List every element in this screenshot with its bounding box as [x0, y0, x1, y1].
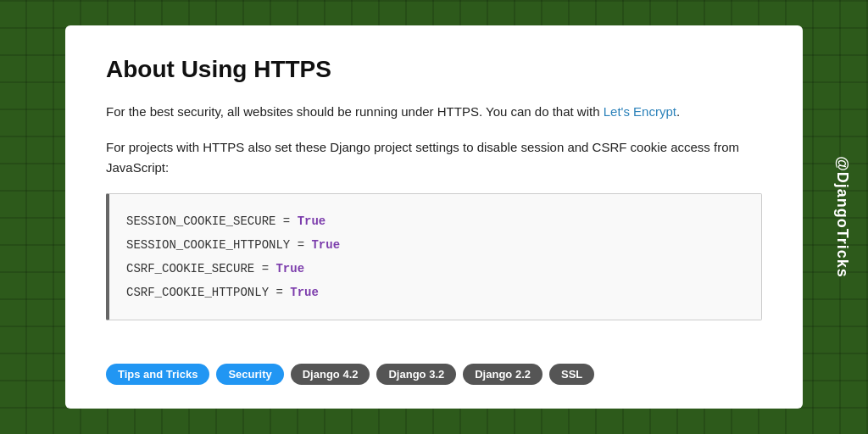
code-key-4: CSRF_COOKIE_HTTPONLY	[126, 286, 269, 299]
main-card: About Using HTTPS For the best security,…	[65, 25, 803, 409]
code-line-3: CSRF_COOKIE_SECURE = True	[126, 257, 744, 281]
tag-tips-and-tricks[interactable]: Tips and Tricks	[106, 364, 209, 385]
code-line-1: SESSION_COOKIE_SECURE = True	[126, 209, 744, 233]
code-key-1: SESSION_COOKIE_SECURE	[126, 214, 275, 228]
code-line-4: CSRF_COOKIE_HTTPONLY = True	[126, 281, 744, 304]
code-key-3: CSRF_COOKIE_SECURE	[126, 262, 254, 275]
lets-encrypt-link[interactable]: Let's Encrypt	[604, 104, 676, 119]
tag-django-4-2[interactable]: Django 4.2	[291, 364, 370, 385]
tag-django-2-2[interactable]: Django 2.2	[463, 364, 542, 385]
tag-django-3-2[interactable]: Django 3.2	[376, 364, 456, 385]
code-val-4: True	[290, 286, 319, 299]
tags-container: Tips and Tricks Security Django 4.2 Djan…	[106, 364, 762, 385]
page-title: About Using HTTPS	[106, 56, 762, 83]
tag-ssl[interactable]: SSL	[549, 364, 594, 385]
intro-paragraph-1: For the best security, all websites shou…	[106, 102, 762, 122]
code-line-2: SESSION_COOKIE_HTTPONLY = True	[126, 233, 744, 257]
intro-text-suffix: .	[676, 104, 680, 119]
code-val-3: True	[275, 262, 304, 275]
site-label: @DjangoTricks	[834, 156, 852, 278]
intro-paragraph-2: For projects with HTTPS also set these D…	[106, 137, 762, 178]
code-block: SESSION_COOKIE_SECURE = True SESSION_COO…	[106, 193, 762, 320]
code-key-2: SESSION_COOKIE_HTTPONLY	[126, 238, 290, 252]
tag-security[interactable]: Security	[216, 364, 283, 385]
intro-text-prefix: For the best security, all websites shou…	[106, 104, 604, 119]
code-val-1: True	[298, 214, 326, 228]
code-val-2: True	[311, 238, 340, 252]
